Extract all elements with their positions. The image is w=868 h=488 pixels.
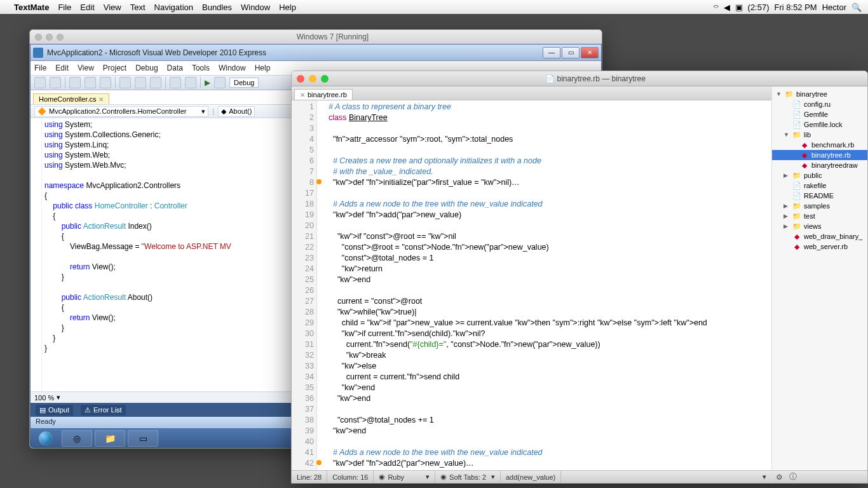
tm-source[interactable]: # A class to represent a binary treeclas… [317, 100, 771, 470]
drawer-item[interactable]: ◆binarytree.rb [772, 150, 867, 160]
vs-menu-file[interactable]: File [34, 64, 46, 72]
copy-icon[interactable] [135, 77, 146, 88]
vm-title: Windows 7 [Running] [64, 32, 602, 41]
menu-navigation[interactable]: Navigation [154, 3, 193, 12]
drawer-item[interactable]: ▶📁samples [772, 201, 867, 211]
vs-menu-tools[interactable]: Tools [192, 64, 210, 72]
menu-window[interactable]: Window [241, 3, 270, 12]
tab-close-icon[interactable]: ✕ [98, 96, 104, 103]
menu-view[interactable]: View [104, 3, 121, 12]
drawer-item[interactable]: ▼📁lib [772, 130, 867, 140]
tm-tabstrip: ✕ binarytree.rb [292, 86, 771, 100]
mac-menubar: TextMate File Edit View Text Navigation … [0, 0, 868, 14]
vs-titlebar[interactable]: MvcApplication2 - Microsoft Visual Web D… [31, 44, 601, 61]
drawer-action-icon[interactable]: ⚙ [776, 473, 783, 482]
vs-menu-project[interactable]: Project [103, 64, 126, 72]
traffic-zoom-icon[interactable] [321, 75, 329, 83]
undo-icon[interactable] [170, 77, 181, 88]
class-icon: 🔶 [37, 107, 46, 116]
spotlight-icon[interactable]: 🔍 [851, 3, 862, 12]
vs-title: MvcApplication2 - Microsoft Visual Web D… [47, 48, 543, 57]
status-menu-icon[interactable]: ▾ [757, 471, 771, 483]
drawer-item[interactable]: 📄Gemfile.lock [772, 119, 867, 130]
drawer-info-icon[interactable]: ⓘ [789, 471, 797, 482]
menu-help[interactable]: Help [279, 3, 296, 12]
vs-menu-edit[interactable]: Edit [55, 64, 69, 72]
traffic-close-icon[interactable] [297, 75, 304, 83]
output-panel-button[interactable]: ▤Output [36, 405, 73, 416]
drawer-item[interactable]: 📄README [772, 191, 867, 201]
drawer-item[interactable]: 📄rakefile [772, 180, 867, 191]
status-symbol[interactable]: add(new_value) [501, 471, 561, 483]
vs-menu-view[interactable]: View [78, 64, 94, 72]
status-tabs[interactable]: ◉Soft Tabs: 2▾ [435, 471, 501, 483]
clock[interactable]: Fri 8:52 PM [775, 3, 817, 12]
tm-tab-binarytree[interactable]: ✕ binarytree.rb [294, 89, 353, 100]
vs-tab-homecontroller[interactable]: HomeController.cs ✕ [33, 93, 109, 104]
run-icon[interactable]: ▶ [205, 78, 210, 87]
add-item-icon[interactable] [50, 77, 61, 88]
open-icon[interactable] [69, 77, 81, 88]
start-button[interactable] [32, 430, 59, 447]
drawer-item[interactable]: ◆benchmark.rb [772, 140, 867, 150]
drawer-item[interactable]: ◆web_draw_binary_ [772, 231, 867, 241]
vs-menu-data[interactable]: Data [167, 64, 183, 72]
user-name[interactable]: Hector [822, 3, 846, 12]
tm-titlebar[interactable]: 📄 binarytree.rb — binarytree [292, 71, 867, 86]
drawer-item[interactable]: ▶📁public [772, 170, 867, 180]
drawer-root[interactable]: ▼📁binarytree [772, 89, 867, 99]
vs-menu-help[interactable]: Help [255, 64, 271, 72]
drawer-item[interactable]: ◆binarytreedraw [772, 160, 867, 170]
volume-icon[interactable]: ◀ [724, 3, 730, 12]
tab-label: HomeController.cs [39, 95, 96, 103]
status-language[interactable]: ◉Ruby▾ [374, 471, 435, 483]
status-line[interactable]: Line: 28 [292, 471, 327, 483]
battery-icon[interactable]: ▣ [735, 3, 743, 12]
project-drawer[interactable]: ▼📁binarytree📄config.ru📄Gemfile📄Gemfile.l… [772, 86, 867, 470]
vs-outline-gutter [31, 118, 42, 391]
close-button[interactable]: ✕ [581, 47, 599, 58]
paste-icon[interactable] [150, 77, 161, 88]
tm-statusbar: Line: 28 Column: 16 ◉Ruby▾ ◉Soft Tabs: 2… [292, 470, 771, 483]
zoom-dropdown[interactable]: 100 % [34, 394, 54, 402]
battery-time: (2:57) [748, 3, 770, 12]
redo-icon[interactable] [185, 77, 196, 88]
status-column[interactable]: Column: 16 [327, 471, 374, 483]
vm-titlebar[interactable]: Windows 7 [Running] [30, 30, 602, 44]
menu-text[interactable]: Text [130, 3, 146, 12]
new-project-icon[interactable] [34, 77, 46, 88]
vs-menu-debug[interactable]: Debug [135, 64, 158, 72]
traffic-min-icon[interactable] [309, 75, 316, 83]
browser-icon[interactable] [214, 77, 226, 88]
tab-label: binarytree.rb [308, 91, 347, 98]
tm-title: binarytree.rb — binarytree [557, 74, 645, 83]
doc-icon: 📄 [545, 74, 555, 83]
tm-editor[interactable]: 1234567817181920212223242526272829303132… [292, 100, 771, 470]
task-vs[interactable]: ▭ [128, 430, 158, 447]
drawer-toolbar: ⚙ ⓘ [772, 470, 867, 483]
menu-file[interactable]: File [58, 3, 71, 12]
task-explorer[interactable]: 📁 [95, 430, 125, 447]
vs-class-dropdown[interactable]: 🔶 MvcApplication2.Controllers.HomeContro… [34, 106, 208, 117]
cut-icon[interactable] [119, 77, 131, 88]
drawer-item[interactable]: ▶📁test [772, 211, 867, 221]
drawer-item[interactable]: ◆web_server.rb [772, 241, 867, 252]
save-icon[interactable] [85, 77, 96, 88]
drawer-item[interactable]: 📄Gemfile [772, 109, 867, 119]
maximize-button[interactable]: ▭ [562, 47, 580, 58]
minimize-button[interactable]: — [543, 47, 560, 58]
task-chrome[interactable]: ◎ [62, 430, 92, 447]
menu-bundles[interactable]: Bundles [202, 3, 232, 12]
wifi-icon[interactable]: ⌔ [714, 3, 719, 12]
drawer-item[interactable]: ▶📁views [772, 221, 867, 231]
vs-member-dropdown[interactable]: ◆ About() [218, 106, 255, 117]
error-list-button[interactable]: ⚠Error List [81, 405, 126, 416]
drawer-item[interactable]: 📄config.ru [772, 99, 867, 109]
menu-edit[interactable]: Edit [80, 3, 94, 12]
tab-close-icon[interactable]: ✕ [300, 92, 305, 98]
app-name[interactable]: TextMate [14, 3, 49, 12]
save-all-icon[interactable] [100, 77, 111, 88]
vs-menu-window[interactable]: Window [219, 64, 246, 72]
config-dropdown[interactable]: Debug [229, 78, 259, 88]
method-icon: ◆ [221, 107, 226, 116]
